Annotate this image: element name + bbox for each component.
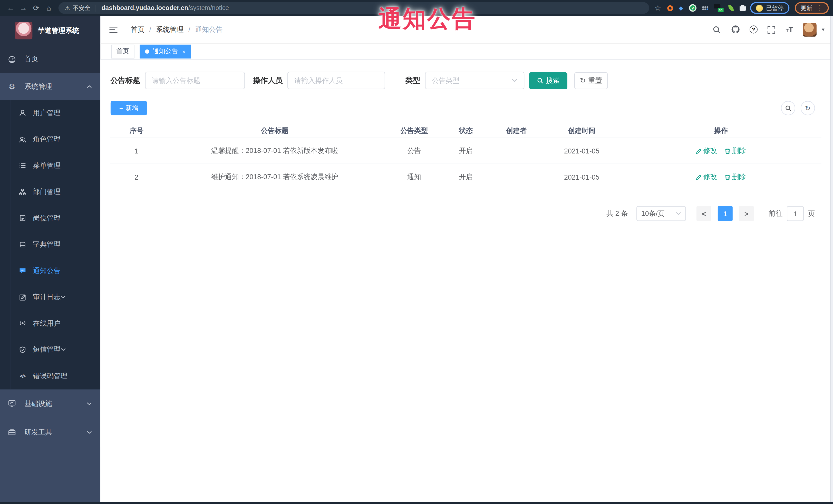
update-label: 更新 bbox=[801, 4, 812, 12]
right-toolbar: ↻ bbox=[781, 101, 815, 115]
sidebar-collapse-icon[interactable] bbox=[109, 25, 118, 34]
trash-icon bbox=[725, 174, 731, 180]
app-logo-row[interactable]: 芋道管理系统 bbox=[0, 16, 100, 45]
page-size-value: 10条/页 bbox=[641, 209, 665, 218]
sidebar-item-infrastructure[interactable]: 基础设施 bbox=[0, 389, 100, 418]
profile-paused-badge[interactable]: 已暂停 bbox=[750, 2, 789, 14]
delete-link-label: 删除 bbox=[732, 146, 746, 155]
extension-y-icon[interactable]: y bbox=[689, 4, 696, 12]
online-signal-icon bbox=[19, 320, 26, 327]
browser-menu-icon[interactable]: ⋮ bbox=[816, 5, 823, 11]
help-icon[interactable]: ? bbox=[749, 25, 758, 33]
sidebar-item-audit-log[interactable]: 审计日志 bbox=[0, 284, 100, 310]
sidebar-item-dept-management[interactable]: 部门管理 bbox=[0, 179, 100, 205]
cell-title: 维护通知：2018-07-01 若依系统凌晨维护 bbox=[163, 172, 386, 182]
notice-title-input[interactable] bbox=[145, 72, 245, 89]
sidebar-item-label: 菜单管理 bbox=[33, 161, 61, 170]
next-page-button[interactable]: > bbox=[739, 206, 754, 221]
fullscreen-icon[interactable] bbox=[767, 25, 776, 34]
address-bar[interactable]: ⚠ 不安全 dashboard.yudao.iocoder.cn /system… bbox=[58, 2, 649, 14]
sidebar-item-label: 审计日志 bbox=[33, 292, 61, 302]
reset-button-label: 重置 bbox=[589, 76, 602, 85]
breadcrumb-home[interactable]: 首页 bbox=[130, 25, 144, 34]
browser-reload-icon[interactable]: ⟳ bbox=[30, 0, 43, 16]
tab-notice[interactable]: 通知公告 × bbox=[140, 44, 191, 58]
badge-icon bbox=[19, 215, 26, 222]
sidebar-item-user-management[interactable]: 用户管理 bbox=[0, 100, 100, 126]
gear-icon: ⚙ bbox=[8, 82, 16, 90]
type-select[interactable]: 公告类型 bbox=[425, 72, 524, 89]
extension-drop-icon[interactable]: ◆ bbox=[679, 5, 683, 11]
omnibox-divider bbox=[95, 5, 96, 11]
security-warning[interactable]: ⚠ 不安全 bbox=[65, 4, 90, 12]
user-avatar[interactable] bbox=[803, 23, 816, 37]
operator-input[interactable] bbox=[287, 72, 385, 89]
current-page-button[interactable]: 1 bbox=[718, 206, 733, 221]
sidebar-item-label: 通知公告 bbox=[33, 266, 61, 275]
type-label: 类型 bbox=[405, 76, 420, 85]
search-button[interactable]: 搜索 bbox=[529, 72, 567, 89]
operator-label: 操作人员 bbox=[253, 76, 283, 85]
edit-link[interactable]: 修改 bbox=[696, 172, 717, 182]
col-status: 状态 bbox=[442, 126, 490, 135]
filter-form: 公告标题 操作人员 类型 公告类型 搜索 ↻ 重置 bbox=[111, 72, 608, 89]
sidebar-item-online-users[interactable]: 在线用户 bbox=[0, 310, 100, 336]
sidebar-item-system-management[interactable]: ⚙ 系统管理 bbox=[0, 73, 100, 100]
goto-label: 前往 bbox=[769, 209, 783, 218]
goto-page-input[interactable] bbox=[787, 206, 804, 221]
cell-title: 温馨提醒：2018-07-01 若依新版本发布啦 bbox=[163, 146, 386, 155]
tab-close-icon[interactable]: × bbox=[182, 48, 186, 54]
breadcrumb-separator: / bbox=[188, 25, 190, 33]
extensions-puzzle-icon[interactable] bbox=[740, 5, 746, 11]
pagination: 共 2 条 10条/页 < 1 > 前往 页 bbox=[606, 206, 815, 221]
page-scrollbar[interactable] bbox=[830, 16, 833, 502]
sidebar-item-home[interactable]: 首页 bbox=[0, 45, 100, 73]
sidebar-item-label: 基础设施 bbox=[24, 399, 52, 408]
edit-link[interactable]: 修改 bbox=[696, 146, 717, 155]
table-row[interactable]: 2 维护通知：2018-07-01 若依系统凌晨维护 通知 开启 2021-01… bbox=[110, 164, 822, 190]
sidebar-item-dict-management[interactable]: 字典管理 bbox=[0, 232, 100, 258]
toolbox-icon bbox=[8, 428, 16, 436]
main-area: 首页 / 系统管理 / 通知公告 ? bbox=[100, 16, 833, 502]
sidebar-item-notice[interactable]: 通知公告 bbox=[0, 258, 100, 284]
prev-page-button[interactable]: < bbox=[696, 206, 711, 221]
table-row[interactable]: 1 温馨提醒：2018-07-01 若依新版本发布啦 公告 开启 2021-01… bbox=[110, 138, 822, 164]
toggle-search-button[interactable] bbox=[781, 101, 795, 115]
chevron-down-icon bbox=[61, 296, 66, 299]
sidebar-item-error-code[interactable]: </> 错误码管理 bbox=[0, 363, 100, 389]
add-button[interactable]: + 新增 bbox=[111, 101, 147, 115]
delete-link[interactable]: 删除 bbox=[725, 172, 746, 182]
github-icon[interactable] bbox=[731, 25, 740, 34]
font-size-icon[interactable]: TT bbox=[786, 25, 793, 33]
reset-button[interactable]: ↻ 重置 bbox=[574, 72, 608, 89]
sidebar-item-menu-management[interactable]: 菜单管理 bbox=[0, 152, 100, 178]
tags-view-bar: 首页 通知公告 × bbox=[100, 44, 833, 59]
tab-home[interactable]: 首页 bbox=[111, 44, 135, 58]
extension-leaf-icon[interactable] bbox=[728, 5, 734, 11]
extension-on-icon[interactable]: on bbox=[714, 4, 722, 12]
search-icon bbox=[785, 105, 791, 111]
sidebar-item-dev-tools[interactable]: 研发工具 bbox=[0, 418, 100, 447]
sidebar-item-role-management[interactable]: 角色管理 bbox=[0, 126, 100, 152]
breadcrumb: 首页 / 系统管理 / 通知公告 bbox=[130, 25, 223, 34]
sidebar-item-post-management[interactable]: 岗位管理 bbox=[0, 205, 100, 231]
header-search-icon[interactable] bbox=[712, 25, 721, 34]
browser-update-button[interactable]: 更新 ⋮ bbox=[795, 2, 829, 14]
sidebar-item-label: 研发工具 bbox=[24, 427, 52, 437]
extension-grid-icon[interactable] bbox=[703, 6, 708, 10]
user-menu-caret-icon[interactable]: ▾ bbox=[822, 27, 825, 32]
delete-link[interactable]: 删除 bbox=[725, 146, 746, 155]
browser-home-icon[interactable]: ⌂ bbox=[43, 0, 55, 16]
bookmark-star-icon[interactable]: ☆ bbox=[654, 4, 661, 12]
browser-back-icon[interactable]: ← bbox=[4, 0, 17, 16]
sidebar-item-label: 系统管理 bbox=[24, 81, 52, 91]
sidebar-item-sms-management[interactable]: 短信管理 bbox=[0, 336, 100, 363]
extension-orange-icon[interactable] bbox=[667, 5, 673, 11]
sidebar-item-label: 错误码管理 bbox=[33, 371, 68, 381]
refresh-table-button[interactable]: ↻ bbox=[801, 101, 815, 115]
sidebar-item-label: 首页 bbox=[24, 54, 38, 64]
breadcrumb-system[interactable]: 系统管理 bbox=[156, 25, 184, 34]
users-icon bbox=[19, 136, 26, 143]
page-size-select[interactable]: 10条/页 bbox=[637, 206, 686, 221]
browser-forward-icon[interactable]: → bbox=[17, 0, 30, 16]
